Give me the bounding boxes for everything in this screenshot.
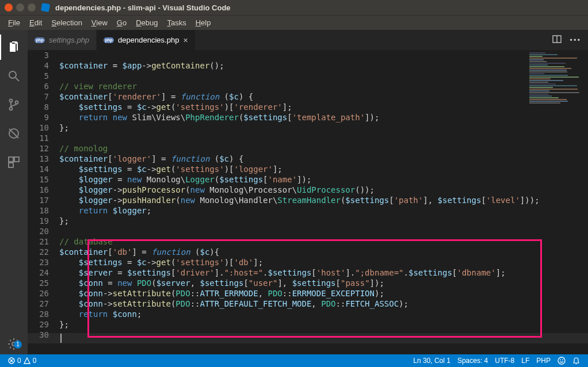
code-line[interactable] [59, 50, 588, 60]
line-number: 3 [28, 50, 49, 60]
status-cursor-position[interactable]: Ln 30, Col 1 [410, 357, 454, 365]
menu-tasks[interactable]: Tasks [162, 17, 190, 29]
code-content[interactable]: $container = $app->getContainer();// vie… [59, 50, 588, 340]
bug-icon [7, 127, 21, 140]
tab-close-icon[interactable]: × [183, 36, 188, 45]
code-line[interactable]: // database [59, 236, 588, 247]
line-number: 7 [28, 91, 49, 102]
app-icon [41, 3, 50, 12]
editor-body[interactable]: 3456789101112131415161718192021222324252… [28, 50, 588, 354]
menu-file[interactable]: File [3, 17, 25, 29]
code-line[interactable] [59, 71, 588, 81]
svg-point-0 [9, 71, 16, 78]
tab-dependencies-php[interactable]: phpdependencies.php× [97, 30, 195, 50]
split-editor-icon[interactable] [552, 35, 562, 45]
line-number: 5 [28, 71, 49, 81]
warning-icon [24, 357, 30, 364]
status-eol[interactable]: LF [518, 357, 533, 365]
status-errors-count: 0 [17, 357, 21, 365]
code-line[interactable]: // monolog [59, 143, 588, 154]
tab-label: dependencies.php [118, 36, 179, 44]
line-number: 16 [28, 185, 49, 195]
code-line[interactable]: // view renderer [59, 81, 588, 91]
tab-settings-php[interactable]: phpsettings.php [28, 30, 97, 50]
line-number: 18 [28, 205, 49, 216]
code-line[interactable]: return $conn; [59, 309, 588, 319]
window-close-button[interactable] [5, 3, 13, 12]
line-number: 24 [28, 267, 49, 278]
activity-extensions[interactable] [0, 150, 28, 175]
status-encoding[interactable]: UTF-8 [491, 357, 518, 365]
line-number: 20 [28, 226, 49, 236]
tab-bar: phpsettings.phpphpdependencies.php× ••• [28, 30, 588, 50]
line-number: 29 [28, 319, 49, 330]
code-line[interactable]: }; [59, 216, 588, 226]
code-line[interactable]: $server = $settings['driver'].":host=".$… [59, 267, 588, 278]
line-number: 15 [28, 174, 49, 185]
svg-rect-8 [14, 157, 19, 162]
status-feedback[interactable] [554, 357, 569, 365]
code-line[interactable] [59, 226, 588, 236]
line-number: 19 [28, 216, 49, 226]
line-number: 23 [28, 257, 49, 267]
code-line[interactable]: return $logger; [59, 205, 588, 216]
window-title: dependencies.php - slim-api - Visual Stu… [55, 3, 231, 12]
line-number: 9 [28, 112, 49, 123]
status-indentation[interactable]: Spaces: 4 [454, 357, 491, 365]
activity-search[interactable] [0, 63, 28, 89]
code-line[interactable]: $logger->pushProcessor(new Monolog\Proce… [59, 185, 588, 195]
status-errors[interactable]: 0 0 [5, 357, 40, 365]
code-line[interactable]: $logger->pushHandler(new Monolog\Handler… [59, 195, 588, 205]
activity-source-control[interactable] [0, 92, 28, 117]
search-icon [7, 69, 21, 83]
status-notifications[interactable] [569, 357, 583, 365]
files-icon [7, 40, 21, 54]
code-line[interactable]: $logger = new Monolog\Logger($settings['… [59, 174, 588, 185]
code-line[interactable]: $container['renderer'] = function ($c) { [59, 91, 588, 102]
line-number: 26 [28, 288, 49, 299]
svg-point-2 [10, 100, 13, 102]
code-line[interactable]: $container = $app->getContainer(); [59, 60, 588, 71]
window-minimize-button[interactable] [16, 3, 24, 12]
line-number: 27 [28, 299, 49, 309]
activity-debug[interactable] [0, 121, 28, 146]
code-line[interactable]: $conn->setAttribute(PDO::ATTR_ERRMODE, P… [59, 288, 588, 299]
activity-explorer[interactable] [0, 35, 28, 60]
code-line[interactable]: $settings = $c->get('settings')['db']; [59, 257, 588, 267]
menu-help[interactable]: Help [191, 17, 216, 29]
line-number: 11 [28, 133, 49, 143]
menu-debug[interactable]: Debug [131, 17, 162, 29]
svg-point-3 [10, 108, 13, 110]
code-line[interactable]: return new Slim\Views\PhpRenderer($setti… [59, 112, 588, 123]
activity-bar: 1 [0, 30, 28, 354]
code-line[interactable]: $container['db'] = function ($c){ [59, 247, 588, 257]
line-number: 30 [28, 330, 49, 340]
menu-selection[interactable]: Selection [47, 17, 86, 29]
activity-settings[interactable]: 1 [0, 337, 28, 351]
code-line[interactable]: $conn = new PDO($server, $settings["user… [59, 278, 588, 288]
more-actions-icon[interactable]: ••• [570, 36, 581, 44]
code-line[interactable]: $conn->setAttribute(PDO::ATTR_DEFAULT_FE… [59, 299, 588, 309]
line-number: 21 [28, 236, 49, 247]
code-line[interactable]: $container['logger'] = function ($c) { [59, 154, 588, 164]
line-number: 10 [28, 123, 49, 133]
code-line[interactable]: $settings = $c->get('settings')['logger'… [59, 164, 588, 174]
line-number: 13 [28, 154, 49, 164]
status-language[interactable]: PHP [533, 357, 554, 365]
menu-view[interactable]: View [87, 17, 112, 29]
line-number: 17 [28, 195, 49, 205]
code-line[interactable]: }; [59, 123, 588, 133]
line-number: 22 [28, 247, 49, 257]
code-line[interactable]: $settings = $c->get('settings')['rendere… [59, 102, 588, 112]
menu-edit[interactable]: Edit [25, 17, 47, 29]
line-number-gutter: 3456789101112131415161718192021222324252… [28, 50, 59, 354]
window-maximize-button[interactable] [28, 3, 36, 12]
svg-line-1 [16, 78, 19, 81]
svg-point-17 [560, 360, 561, 361]
line-number: 8 [28, 102, 49, 112]
code-line[interactable]: }; [59, 319, 588, 330]
code-line[interactable] [59, 330, 588, 340]
code-line[interactable] [59, 133, 588, 143]
menu-go[interactable]: Go [112, 17, 131, 29]
editor-area: phpsettings.phpphpdependencies.php× ••• … [28, 30, 588, 354]
